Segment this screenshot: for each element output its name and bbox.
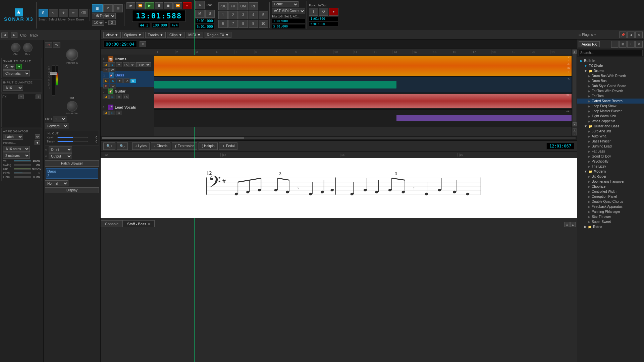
erase-tool[interactable]: ⌫ (79, 9, 88, 17)
guitar-fx-btn[interactable]: FX (123, 95, 129, 99)
vocals-arm-btn[interactable]: ● (116, 111, 122, 115)
modern-folder[interactable]: ▼ 📁 Modern (577, 169, 644, 174)
drums-mute-btn[interactable]: M (103, 62, 109, 67)
snap-value-select[interactable]: 1/8 Triplet (92, 13, 116, 19)
act-midi-select[interactable]: ACT MIDI Controlle (272, 8, 305, 14)
record-btn[interactable]: ● (183, 2, 192, 9)
s-btn-loop[interactable]: S (205, 10, 215, 18)
octaves-select[interactable]: 2 octaves (3, 153, 30, 159)
notes-select[interactable]: 1/16 notes (3, 146, 30, 152)
stop-btn[interactable]: ⏹ (164, 2, 173, 9)
vel-slider[interactable] (14, 160, 31, 162)
fx-burning-lead[interactable]: ▶ Burning Lead (577, 144, 644, 149)
w-btn[interactable]: W (53, 42, 60, 48)
punch-rec-btn[interactable]: ● (329, 8, 338, 16)
measure-select[interactable]: 1/1 (92, 20, 104, 26)
region-fx-dropdown[interactable]: Region FX ▼ (205, 32, 231, 38)
clips-dropdown-btn[interactable]: Clips ▼ (167, 32, 184, 38)
zoom-in-notation-btn[interactable]: 🔍+ (103, 142, 115, 150)
m-btn-loop[interactable]: M (195, 10, 205, 18)
fx-bass-phaser[interactable]: ▶ Bass Phaser (577, 139, 644, 144)
staff-bass-tab[interactable]: Staff - Bass ✕ (123, 220, 155, 227)
time-slider[interactable] (57, 141, 88, 142)
rev-knob[interactable] (23, 43, 33, 52)
num6-btn[interactable]: 6 (218, 20, 228, 28)
fx-grid-btn[interactable]: ⊞ (619, 41, 627, 48)
fx-info-btn[interactable]: i (36, 95, 41, 99)
zoom-in-btn[interactable]: + (573, 128, 577, 132)
fx-chopilizer[interactable]: ▶ Chopilizer (577, 184, 644, 189)
tab-close-btn[interactable]: ✕ (148, 222, 150, 226)
scale-mode-select[interactable]: Chromatic (3, 70, 30, 76)
iq-value-select[interactable]: 1/16 (3, 85, 23, 91)
guitar-clip-row[interactable]: dB- (154, 93, 572, 110)
smart-tool[interactable]: S (39, 9, 48, 17)
fx-tight-warm[interactable]: ▶ Tight Warm Kick (577, 114, 644, 119)
fx-feedback[interactable]: ▶ Feedback Apparatus (577, 204, 644, 209)
guitar-arm-btn[interactable]: ● (116, 95, 122, 99)
fx-new-btn[interactable]: + (627, 41, 635, 48)
normal-select[interactable]: Normal (45, 180, 68, 186)
zoom-out-btn[interactable]: - (573, 132, 577, 135)
ri-btn[interactable]: RI (249, 2, 258, 10)
num10-btn[interactable]: 10 (259, 20, 268, 28)
swing-slider[interactable] (14, 164, 31, 166)
scrollbar-track[interactable] (573, 54, 576, 122)
fx-loop-freq[interactable]: ▶ Loop Freq Show (577, 104, 644, 109)
ch-select[interactable]: 1 (53, 116, 66, 122)
fx-double-quad[interactable]: ▶ Double Quad Chorus (577, 199, 644, 204)
key-slider[interactable] (57, 137, 88, 138)
fx-gated-snare-reverb[interactable]: ▶ Gated Snare Reverb (577, 99, 644, 104)
rewind-btn[interactable]: ⏮ (126, 2, 135, 9)
collapse-left-btn2[interactable]: ▶ (11, 33, 17, 38)
select-tool[interactable]: ↖ (49, 9, 58, 17)
bass-clip-row[interactable]: 90 (154, 77, 572, 93)
draw-tool[interactable]: ✏ (69, 9, 78, 17)
fx-dub-gated[interactable]: ▶ Dub Style Gated Snare (577, 83, 644, 88)
output-select[interactable]: Output (49, 153, 72, 159)
main-fader[interactable] (52, 65, 55, 96)
fx-boomerang[interactable]: ▶ Boomerang Hangover (577, 179, 644, 184)
tracks-dropdown[interactable]: Tracks ▼ (145, 32, 166, 38)
fx-search-input[interactable] (579, 50, 643, 56)
drums-w-btn[interactable]: W (109, 68, 115, 72)
fx-53rd[interactable]: ▶ 53rd And 3rd (577, 129, 644, 134)
horiz-scrollbar[interactable] (101, 136, 577, 140)
scale-key-select[interactable]: C (3, 64, 15, 70)
fx-loop-master[interactable]: ▶ Loop Master Blaster (577, 109, 644, 114)
omni-select[interactable]: Omni (49, 146, 72, 153)
vocals-clip-row[interactable]: dB- (154, 110, 572, 127)
home-select[interactable]: Home (272, 1, 299, 7)
console-tab[interactable]: Console (101, 220, 123, 227)
patch-browser-btn[interactable]: Patch Browser (45, 160, 99, 167)
num3-btn[interactable]: 3 (238, 11, 248, 19)
horiz-scroll-thumb[interactable] (102, 137, 244, 139)
num8-btn[interactable]: 8 (238, 20, 248, 28)
bass-r2-btn[interactable]: R (103, 84, 109, 88)
pan-knob[interactable] (66, 49, 78, 61)
pos-dropdown-btn[interactable]: ▼ (140, 41, 146, 47)
fx-good-ol-boy[interactable]: ▶ Good Ol Boy (577, 154, 644, 159)
r-btn[interactable]: R (45, 42, 52, 48)
mix-knob[interactable] (67, 101, 77, 112)
drums-clip-row[interactable]: -3 -3 -6 dB -3 (154, 55, 572, 77)
fx-list-btn[interactable]: ☰ (611, 41, 619, 48)
drums-arm-btn[interactable]: ● (116, 62, 122, 67)
fx-chain-folder[interactable]: ▼ FX Chain (577, 63, 644, 68)
fx-del-btn[interactable]: ✕ (635, 41, 643, 48)
guitar-mute-btn[interactable]: M (103, 95, 109, 99)
fast-back-btn[interactable]: ⏪ (136, 2, 145, 9)
num5-btn[interactable]: 5 (259, 11, 268, 19)
collapse-left-btn[interactable]: ◀ (1, 33, 8, 38)
num1-btn[interactable]: 1 (218, 11, 228, 19)
fx-super-sweet[interactable]: ▶ Super Sweet (577, 219, 644, 224)
snap-btn[interactable]: ▦ (92, 4, 103, 12)
chr-knob[interactable] (11, 43, 20, 52)
num7-btn[interactable]: 7 (228, 20, 238, 28)
bass-mute-btn[interactable]: M (103, 78, 109, 83)
fx-drum-bus-reverb[interactable]: ▶ Drum Bus With Reverb (577, 73, 644, 78)
guitar-solo-btn[interactable]: S (109, 95, 115, 99)
num4-btn[interactable]: 4 (249, 11, 258, 19)
arp-mode-select[interactable]: Latch (3, 134, 23, 140)
pedal-btn[interactable]: ⊥ Pedal (219, 142, 238, 150)
